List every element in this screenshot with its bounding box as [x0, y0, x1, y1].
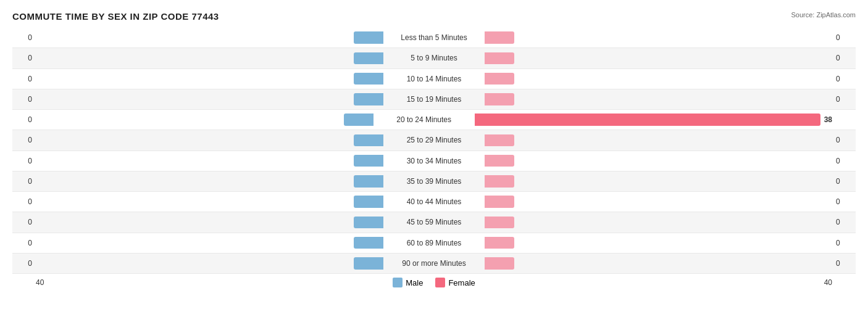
bar-right-container: 38 — [474, 110, 832, 130]
bar-section: 35 to 39 Minutes — [36, 171, 832, 191]
bar-section: 25 to 29 Minutes — [36, 130, 832, 150]
legend-female-box — [435, 278, 445, 287]
left-value: 0 — [12, 177, 36, 186]
legend-female: Female — [435, 278, 475, 287]
bar-section: 45 to 59 Minutes — [36, 212, 832, 232]
bar-male — [354, 134, 383, 146]
left-value: 0 — [12, 115, 36, 124]
bar-male — [354, 31, 383, 43]
left-value: 0 — [12, 54, 36, 62]
chart-area: 0 Less than 5 Minutes 0 0 5 to 9 Minutes… — [12, 28, 856, 274]
bar-section: 60 to 89 Minutes — [36, 233, 832, 253]
bar-row: 0 60 to 89 Minutes 0 — [12, 233, 856, 254]
bar-section: 40 to 44 Minutes — [36, 192, 832, 212]
chart-container: COMMUTE TIME BY SEX IN ZIP CODE 77443 So… — [0, 0, 868, 322]
bar-label: 60 to 89 Minutes — [385, 239, 483, 247]
bar-right-container — [483, 233, 832, 253]
bar-row: 0 25 to 29 Minutes 0 — [12, 130, 856, 151]
bar-right-container — [483, 212, 832, 232]
right-value: 0 — [832, 239, 856, 247]
bar-row: 0 15 to 19 Minutes 0 — [12, 89, 856, 110]
right-value: 0 — [832, 54, 856, 62]
bar-section: 10 to 14 Minutes — [36, 69, 832, 89]
bar-left-container — [36, 192, 385, 212]
bar-section: 5 to 9 Minutes — [36, 48, 832, 68]
bar-male — [344, 114, 373, 125]
bar-left-container — [36, 171, 385, 191]
bar-female — [485, 155, 514, 167]
right-value: 0 — [832, 95, 856, 104]
bar-male — [354, 73, 383, 85]
female-end-value: 38 — [824, 115, 832, 124]
bar-row: 0 90 or more Minutes 0 — [12, 254, 856, 274]
bar-left-container — [36, 130, 385, 150]
chart-title: COMMUTE TIME BY SEX IN ZIP CODE 77443 — [12, 11, 856, 22]
bar-label: 35 to 39 Minutes — [385, 177, 483, 186]
bar-label: 20 to 24 Minutes — [375, 115, 474, 124]
bar-left-container — [36, 151, 385, 171]
left-value: 0 — [12, 259, 36, 268]
chart-footer: 40 Male Female 40 — [12, 278, 856, 287]
bar-left-container — [36, 69, 385, 89]
bar-female — [485, 73, 514, 85]
right-value: 0 — [832, 177, 856, 186]
right-value: 0 — [832, 75, 856, 83]
bar-row: 0 30 to 34 Minutes 0 — [12, 151, 856, 171]
bar-row: 0 45 to 59 Minutes 0 — [12, 212, 856, 233]
bar-female — [485, 31, 514, 43]
bar-label: 30 to 34 Minutes — [385, 157, 483, 165]
bar-right-container — [483, 48, 832, 68]
bar-label: 25 to 29 Minutes — [385, 136, 483, 144]
bar-male — [354, 52, 383, 64]
right-value: 0 — [832, 136, 856, 144]
right-value: 0 — [832, 157, 856, 165]
bar-row: 0 35 to 39 Minutes 0 — [12, 171, 856, 192]
right-value: 0 — [832, 197, 856, 206]
legend: Male Female — [44, 278, 824, 287]
bar-female — [485, 175, 514, 187]
bar-label: Less than 5 Minutes — [385, 33, 483, 42]
footer-left-value: 40 — [36, 278, 44, 287]
bar-right-container — [483, 254, 832, 273]
bar-male — [354, 257, 383, 269]
right-value: 0 — [832, 218, 856, 226]
bar-left-container — [36, 110, 375, 130]
bar-row: 0 20 to 24 Minutes 38 — [12, 110, 856, 130]
bar-left-container — [36, 254, 385, 273]
bar-label: 5 to 9 Minutes — [385, 54, 483, 62]
left-value: 0 — [12, 75, 36, 83]
bar-row: 0 Less than 5 Minutes 0 — [12, 28, 856, 48]
bar-female — [485, 237, 514, 249]
bar-female — [485, 134, 514, 146]
legend-female-label: Female — [448, 278, 475, 287]
left-value: 0 — [12, 197, 36, 206]
bar-right-container — [483, 89, 832, 109]
left-value: 0 — [12, 33, 36, 42]
bar-right-container — [483, 171, 832, 191]
bar-male — [354, 93, 383, 105]
left-value: 0 — [12, 95, 36, 104]
bar-row: 0 40 to 44 Minutes 0 — [12, 192, 856, 212]
bar-right-container — [483, 130, 832, 150]
left-value: 0 — [12, 218, 36, 226]
footer-right-value: 40 — [824, 278, 832, 287]
bar-section: 90 or more Minutes — [36, 254, 832, 273]
bar-male — [354, 237, 383, 249]
left-value: 0 — [12, 157, 36, 165]
bar-row: 0 5 to 9 Minutes 0 — [12, 48, 856, 68]
source-label: Source: ZipAtlas.com — [791, 11, 856, 19]
bar-section: 20 to 24 Minutes 38 — [36, 110, 832, 130]
bar-male — [354, 175, 383, 187]
right-value: 0 — [832, 259, 856, 268]
bar-left-container — [36, 48, 385, 68]
left-value: 0 — [12, 239, 36, 247]
bar-right-container — [483, 69, 832, 89]
bar-label: 40 to 44 Minutes — [385, 197, 483, 206]
bar-male — [354, 196, 383, 207]
bar-female — [485, 196, 514, 207]
bar-label: 15 to 19 Minutes — [385, 95, 483, 104]
bar-female — [485, 93, 514, 105]
bar-label: 45 to 59 Minutes — [385, 218, 483, 226]
legend-male-label: Male — [406, 278, 423, 287]
bar-row: 0 10 to 14 Minutes 0 — [12, 69, 856, 89]
